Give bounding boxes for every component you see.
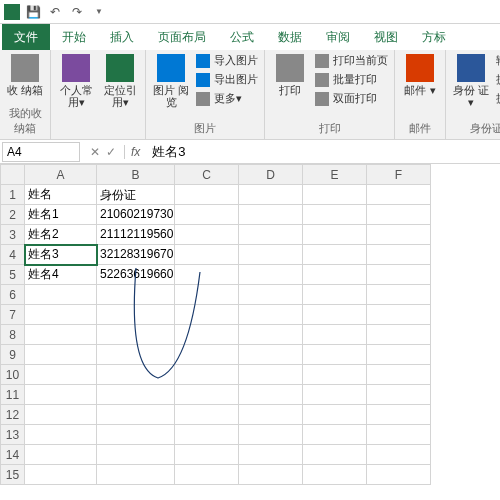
- cell[interactable]: [303, 445, 367, 465]
- cell[interactable]: 210602197305119000: [97, 205, 175, 225]
- cell[interactable]: [97, 385, 175, 405]
- cell[interactable]: [367, 425, 431, 445]
- row-header[interactable]: 12: [1, 405, 25, 425]
- col-header[interactable]: B: [97, 165, 175, 185]
- import-picture-button[interactable]: 导入图片: [194, 52, 260, 69]
- cell[interactable]: [303, 325, 367, 345]
- tab-home[interactable]: 开始: [50, 24, 98, 50]
- picture-view-button[interactable]: 图片 阅览: [150, 52, 192, 110]
- save-icon[interactable]: 💾: [24, 3, 42, 21]
- cell[interactable]: [303, 405, 367, 425]
- tab-insert[interactable]: 插入: [98, 24, 146, 50]
- cell[interactable]: [367, 285, 431, 305]
- cell[interactable]: [25, 405, 97, 425]
- cell[interactable]: [303, 205, 367, 225]
- cell[interactable]: [97, 345, 175, 365]
- input-button[interactable]: 输入t: [494, 52, 500, 69]
- cell[interactable]: [97, 405, 175, 425]
- print-current-button[interactable]: 打印当前页: [313, 52, 390, 69]
- cell[interactable]: [175, 245, 239, 265]
- cell[interactable]: 姓名1: [25, 205, 97, 225]
- export-picture-button[interactable]: 导出图片: [194, 71, 260, 88]
- fx-icon[interactable]: fx: [124, 145, 146, 159]
- cell[interactable]: [303, 285, 367, 305]
- cell[interactable]: 姓名: [25, 185, 97, 205]
- cell[interactable]: [175, 285, 239, 305]
- cell[interactable]: [97, 445, 175, 465]
- duplex-print-button[interactable]: 双面打印: [313, 90, 390, 107]
- cell[interactable]: [303, 185, 367, 205]
- cell[interactable]: [25, 285, 97, 305]
- cell[interactable]: [175, 305, 239, 325]
- row-header[interactable]: 10: [1, 365, 25, 385]
- cell[interactable]: [303, 385, 367, 405]
- col-header[interactable]: D: [239, 165, 303, 185]
- cell[interactable]: [239, 185, 303, 205]
- cell[interactable]: [175, 405, 239, 425]
- select-all[interactable]: [1, 165, 25, 185]
- row-header[interactable]: 3: [1, 225, 25, 245]
- cell[interactable]: [239, 405, 303, 425]
- cell[interactable]: [367, 225, 431, 245]
- undo-icon[interactable]: ↶: [46, 3, 64, 21]
- row-header[interactable]: 14: [1, 445, 25, 465]
- row-header[interactable]: 1: [1, 185, 25, 205]
- cell[interactable]: [239, 285, 303, 305]
- cell[interactable]: [239, 265, 303, 285]
- extract1-button[interactable]: 提取: [494, 71, 500, 88]
- cell[interactable]: [303, 245, 367, 265]
- cell[interactable]: [367, 305, 431, 325]
- cell[interactable]: [25, 445, 97, 465]
- cell[interactable]: [367, 405, 431, 425]
- tab-view[interactable]: 视图: [362, 24, 410, 50]
- tab-file[interactable]: 文件: [2, 24, 50, 50]
- col-header[interactable]: E: [303, 165, 367, 185]
- row-header[interactable]: 7: [1, 305, 25, 325]
- cell[interactable]: [303, 345, 367, 365]
- cell[interactable]: [97, 285, 175, 305]
- cell[interactable]: 姓名2: [25, 225, 97, 245]
- cell[interactable]: [303, 465, 367, 485]
- cell[interactable]: [97, 465, 175, 485]
- cell[interactable]: [239, 205, 303, 225]
- tab-data[interactable]: 数据: [266, 24, 314, 50]
- cell[interactable]: [25, 325, 97, 345]
- tab-other[interactable]: 方标: [410, 24, 458, 50]
- formula-input[interactable]: 姓名3: [146, 141, 500, 163]
- cell[interactable]: [175, 385, 239, 405]
- personal-button[interactable]: 个人常 用▾: [55, 52, 97, 110]
- col-header[interactable]: C: [175, 165, 239, 185]
- row-header[interactable]: 8: [1, 325, 25, 345]
- tab-review[interactable]: 审阅: [314, 24, 362, 50]
- cell[interactable]: [303, 225, 367, 245]
- row-header[interactable]: 9: [1, 345, 25, 365]
- cell[interactable]: [239, 225, 303, 245]
- cell[interactable]: [175, 185, 239, 205]
- cell[interactable]: [367, 465, 431, 485]
- row-header[interactable]: 15: [1, 465, 25, 485]
- cell[interactable]: [367, 365, 431, 385]
- cell[interactable]: [367, 205, 431, 225]
- row-header[interactable]: 2: [1, 205, 25, 225]
- cell[interactable]: [175, 365, 239, 385]
- print-button[interactable]: 打印: [269, 52, 311, 98]
- cell[interactable]: [25, 465, 97, 485]
- cell[interactable]: [303, 305, 367, 325]
- cell[interactable]: [175, 325, 239, 345]
- mail-button[interactable]: 邮件 ▾: [399, 52, 441, 98]
- cell[interactable]: [97, 425, 175, 445]
- cell-selected[interactable]: 姓名3: [25, 245, 97, 265]
- tab-formulas[interactable]: 公式: [218, 24, 266, 50]
- cell[interactable]: [175, 345, 239, 365]
- cell[interactable]: [239, 305, 303, 325]
- cell[interactable]: [367, 385, 431, 405]
- cell[interactable]: [25, 365, 97, 385]
- picture-more-button[interactable]: 更多▾: [194, 90, 260, 107]
- cell[interactable]: [175, 205, 239, 225]
- cell[interactable]: [239, 385, 303, 405]
- extract2-button[interactable]: 提取: [494, 90, 500, 107]
- cell[interactable]: [175, 225, 239, 245]
- cell[interactable]: [175, 445, 239, 465]
- cell[interactable]: 321283196701103000: [97, 245, 175, 265]
- row-header[interactable]: 11: [1, 385, 25, 405]
